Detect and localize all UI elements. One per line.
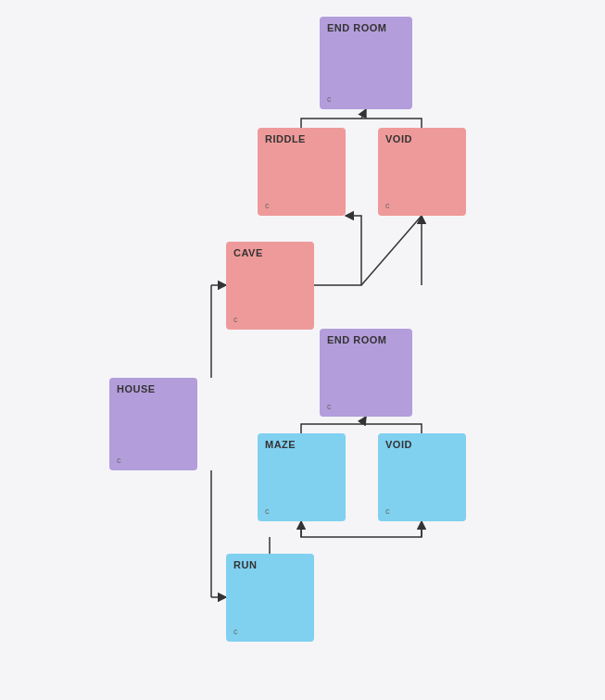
node-sub-void-bot: c — [385, 503, 390, 516]
node-sub-riddle: c — [265, 197, 270, 210]
svg-line-0 — [361, 109, 366, 119]
node-sub-cave: c — [233, 311, 238, 324]
node-label-cave: CAVE — [233, 247, 263, 258]
node-sub-end-room-top: c — [327, 91, 332, 104]
svg-line-7 — [361, 417, 366, 424]
diagram: END ROOMcRIDDLEcVOIDcCAVEcEND ROOMcHOUSE… — [0, 0, 605, 700]
node-sub-run: c — [233, 623, 238, 636]
node-sub-end-room-mid: c — [327, 398, 332, 411]
node-label-void-bot: VOID — [385, 439, 412, 450]
node-cave: CAVEc — [226, 242, 314, 330]
node-label-house: HOUSE — [117, 383, 156, 394]
node-label-riddle: RIDDLE — [265, 133, 306, 144]
node-label-void-top: VOID — [385, 133, 412, 144]
svg-line-1 — [361, 216, 422, 285]
node-void-bot: VOIDc — [378, 433, 466, 521]
node-sub-maze: c — [265, 503, 270, 516]
node-riddle: RIDDLEc — [258, 128, 346, 216]
node-label-run: RUN — [233, 559, 257, 570]
node-end-room-mid: END ROOMc — [320, 329, 412, 417]
node-label-maze: MAZE — [265, 439, 296, 450]
node-void-top: VOIDc — [378, 128, 466, 216]
node-maze: MAZEc — [258, 433, 346, 521]
node-sub-house: c — [117, 452, 121, 465]
node-label-end-room-mid: END ROOM — [327, 334, 387, 345]
node-house: HOUSEc — [109, 378, 197, 470]
node-label-end-room-top: END ROOM — [327, 22, 387, 33]
node-sub-void-top: c — [385, 197, 390, 210]
node-run: RUNc — [226, 554, 314, 642]
node-end-room-top: END ROOMc — [320, 17, 412, 109]
